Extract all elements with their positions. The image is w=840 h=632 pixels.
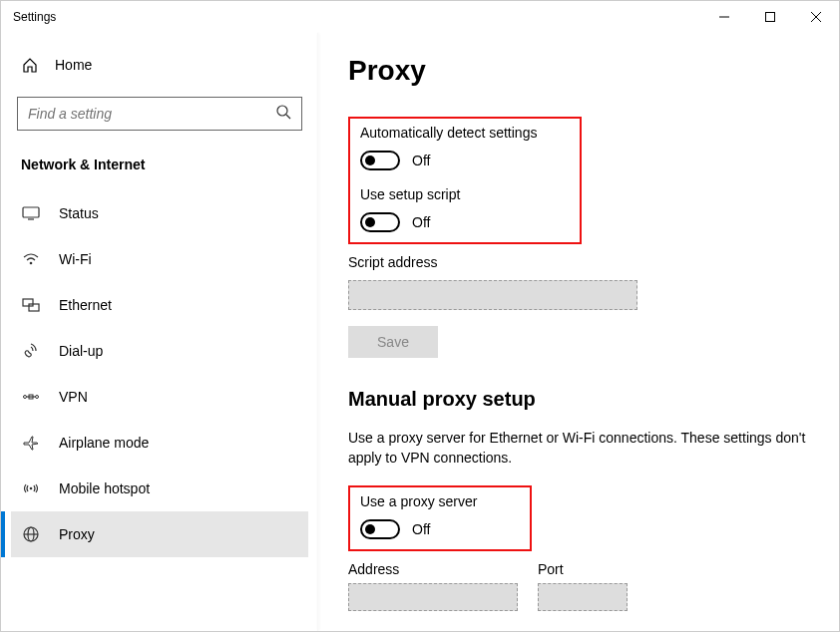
sidebar-item-label: Status: [59, 205, 99, 221]
svg-rect-1: [766, 13, 775, 22]
sidebar-item-label: Ethernet: [59, 297, 112, 313]
close-button[interactable]: [793, 1, 839, 33]
svg-point-4: [277, 106, 287, 116]
sidebar-item-proxy[interactable]: Proxy: [11, 511, 308, 557]
proxy-icon: [21, 525, 41, 543]
vpn-icon: [21, 388, 41, 406]
window-title: Settings: [13, 10, 56, 24]
dialup-icon: [21, 342, 41, 360]
auto-detect-state: Off: [412, 153, 430, 168]
address-input: [348, 583, 518, 611]
use-proxy-toggle[interactable]: [360, 519, 400, 539]
sidebar: Home Network & Internet Status Wi-Fi Eth…: [1, 33, 318, 631]
sidebar-item-label: Mobile hotspot: [59, 480, 150, 496]
auto-detect-label: Automatically detect settings: [360, 125, 570, 141]
svg-line-5: [286, 115, 290, 119]
svg-point-11: [24, 396, 27, 399]
minimize-button[interactable]: [701, 1, 747, 33]
highlight-box-auto: Automatically detect settings Off Use se…: [348, 117, 582, 244]
svg-rect-10: [29, 304, 39, 311]
script-address-label: Script address: [348, 254, 809, 270]
category-heading: Network & Internet: [11, 147, 308, 190]
use-proxy-state: Off: [412, 521, 430, 537]
svg-point-15: [30, 487, 33, 490]
setup-script-state: Off: [412, 214, 430, 230]
window-controls: [701, 1, 839, 33]
titlebar: Settings: [1, 1, 839, 33]
manual-section-title: Manual proxy setup: [348, 388, 809, 411]
airplane-icon: [21, 434, 41, 452]
sidebar-item-label: Proxy: [59, 526, 95, 542]
setup-script-toggle[interactable]: [360, 212, 400, 232]
sidebar-item-wifi[interactable]: Wi-Fi: [11, 236, 308, 282]
sidebar-item-label: Airplane mode: [59, 435, 149, 451]
maximize-button[interactable]: [747, 1, 793, 33]
sidebar-item-hotspot[interactable]: Mobile hotspot: [11, 466, 308, 511]
sidebar-item-label: Dial-up: [59, 343, 103, 359]
use-proxy-label: Use a proxy server: [360, 493, 520, 509]
highlight-box-manual: Use a proxy server Off: [348, 485, 532, 551]
auto-detect-toggle[interactable]: [360, 151, 400, 170]
status-icon: [21, 204, 41, 222]
search-input[interactable]: [28, 106, 275, 122]
sidebar-item-status[interactable]: Status: [11, 190, 308, 236]
port-label: Port: [538, 561, 628, 577]
wifi-icon: [21, 250, 41, 268]
manual-section-desc: Use a proxy server for Ethernet or Wi-Fi…: [348, 429, 807, 468]
save-button: Save: [348, 326, 438, 358]
home-icon: [21, 57, 39, 73]
hotspot-icon: [21, 479, 41, 497]
svg-point-8: [30, 262, 33, 265]
script-address-input: [348, 280, 637, 310]
svg-rect-6: [23, 207, 39, 217]
home-label: Home: [55, 57, 92, 73]
sidebar-item-label: Wi-Fi: [59, 251, 92, 267]
sidebar-item-ethernet[interactable]: Ethernet: [11, 282, 308, 328]
sidebar-item-vpn[interactable]: VPN: [11, 374, 308, 420]
sidebar-item-airplane[interactable]: Airplane mode: [11, 420, 308, 466]
address-label: Address: [348, 561, 518, 577]
home-link[interactable]: Home: [11, 45, 308, 85]
page-title: Proxy: [348, 55, 809, 87]
search-box[interactable]: [17, 97, 302, 131]
ethernet-icon: [21, 296, 41, 314]
setup-script-label: Use setup script: [360, 186, 570, 202]
svg-point-12: [36, 396, 39, 399]
content-pane: Proxy Automatically detect settings Off …: [318, 33, 839, 631]
search-icon: [275, 104, 291, 124]
sidebar-item-label: VPN: [59, 389, 88, 405]
svg-rect-9: [23, 299, 33, 306]
port-input: [538, 583, 628, 611]
sidebar-item-dialup[interactable]: Dial-up: [11, 328, 308, 374]
